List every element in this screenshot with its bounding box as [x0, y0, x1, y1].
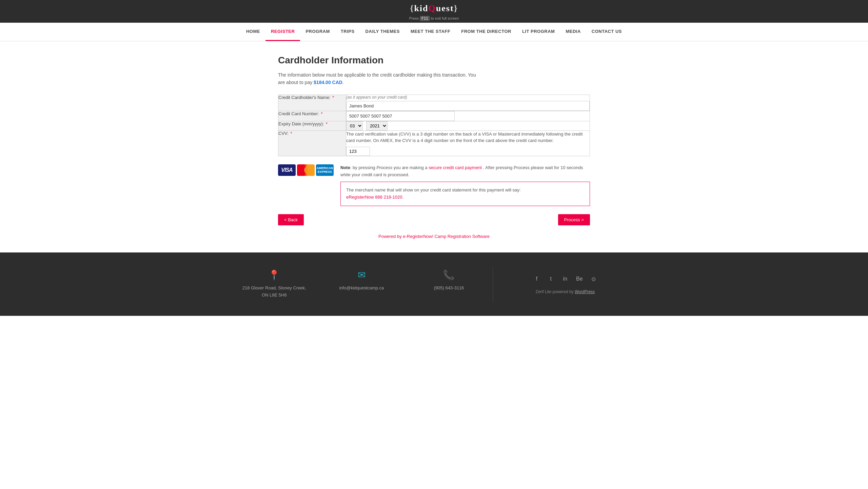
cvv-info-cell: The card verification value (CVV) is a 3… [346, 130, 590, 156]
powered-by: Powered by e-RegisterNow! Camp Registrat… [278, 233, 590, 239]
expiry-month-select[interactable]: 01020304 05060708 09101112 [346, 121, 363, 130]
nav-item-home[interactable]: HOME [241, 23, 265, 41]
expiry-label: Expiry Date (mm/yyyy): * [278, 121, 346, 130]
twitter-icon[interactable]: t [546, 274, 556, 284]
amex-logo: AMERICANEXPRESS [316, 164, 334, 176]
phone-icon: 📞 [443, 269, 455, 281]
dribbble-icon[interactable]: ⊙ [589, 274, 599, 284]
required-star-3: * [326, 121, 328, 126]
expiry-year-select[interactable]: 20212022202320242025 [366, 121, 388, 130]
site-header: {kidQuest} Press F11 to exit full screen… [0, 0, 868, 41]
nav-item-lit-program[interactable]: LIT PROGRAM [517, 23, 560, 41]
svg-point-1 [304, 166, 312, 174]
cards-column: VISA AMERICANEXPRESS [278, 164, 334, 206]
cardholder-form: Credit Cardholder's Name: * (as it appea… [278, 95, 590, 156]
logo-text: {kidQuest} [410, 3, 458, 14]
footer-address: 218 Glover Road, Stoney Creek,ON L8E 5H6 [242, 285, 306, 299]
main-nav: HOME REGISTER PROGRAM TRIPS DAILY THEMES… [0, 23, 868, 41]
main-content: Cardholder Information The information b… [271, 55, 597, 239]
note-box: Note: by pressing Process you are making… [340, 164, 590, 206]
nav-item-contact-us[interactable]: CONTACT US [586, 23, 627, 41]
mastercard-logo [297, 164, 315, 176]
social-icons: f t in Be ⊙ [532, 274, 599, 284]
required-star: * [332, 95, 334, 100]
cvv-row: CVV: * The card verification value (CVV)… [278, 130, 590, 156]
linkedin-icon[interactable]: in [560, 274, 570, 284]
cvv-info-text: The card verification value (CVV) is a 3… [346, 131, 590, 144]
location-icon: 📍 [268, 269, 280, 281]
wordpress-link[interactable]: WordPress [575, 289, 595, 294]
merchant-id: eRegisterNow 888 218-1020 [346, 195, 402, 200]
facebook-icon[interactable]: f [532, 274, 542, 284]
cvv-label: CVV: * [278, 130, 346, 156]
nav-item-register[interactable]: REGISTER [265, 23, 300, 41]
page-title: Cardholder Information [278, 55, 590, 66]
required-star-4: * [290, 131, 292, 136]
footer-credits: Zerif Lite powered by WordPress [536, 289, 595, 294]
intro-text: The information below must be applicable… [278, 71, 590, 86]
expiry-cell: 01020304 05060708 09101112 2021202220232… [346, 121, 590, 130]
nav-item-trips[interactable]: TRIPS [335, 23, 360, 41]
cvv-input[interactable] [346, 147, 370, 156]
required-star-2: * [321, 111, 323, 116]
nav-item-meet-the-staff[interactable]: MEET THE STAFF [405, 23, 456, 41]
email-icon: ✉ [358, 269, 366, 281]
card-number-row: Credit Card Number: * [278, 111, 590, 121]
footer-address-col: 📍 218 Glover Road, Stoney Creek,ON L8E 5… [231, 266, 318, 302]
footer-email: info@kidquestcamp.ca [339, 285, 384, 292]
payment-amount: $184.00 CAD [314, 80, 342, 85]
cardholder-name-row: Credit Cardholder's Name: * (as it appea… [278, 95, 590, 111]
card-number-label: Credit Card Number: * [278, 111, 346, 121]
site-logo: {kidQuest} [410, 3, 458, 14]
process-button[interactable]: Process > [558, 214, 590, 225]
footer-email-col: ✉ info@kidquestcamp.ca [318, 266, 406, 302]
nav-item-program[interactable]: PROGRAM [300, 23, 335, 41]
payment-section: VISA AMERICANEXPRESS Note: by pressing P… [278, 164, 590, 206]
cardholder-hint: (as it appears on your credit card) [346, 95, 590, 100]
fullscreen-notice: Press F11 to exit full screen [409, 16, 459, 21]
cardholder-name-label: Credit Cardholder's Name: * [278, 95, 346, 111]
card-logos: VISA AMERICANEXPRESS [278, 164, 334, 176]
footer-phone-col: 📞 (905) 643-3116 [405, 266, 493, 302]
nav-item-media[interactable]: MEDIA [560, 23, 586, 41]
card-number-input[interactable] [346, 111, 455, 121]
cardholder-name-cell: (as it appears on your credit card) [346, 95, 590, 111]
expiry-row: Expiry Date (mm/yyyy): * 01020304 050607… [278, 121, 590, 130]
cardholder-name-input[interactable] [346, 101, 590, 111]
card-number-cell [346, 111, 590, 121]
footer-left: 📍 218 Glover Road, Stoney Creek,ON L8E 5… [231, 266, 493, 302]
secure-link[interactable]: secure credit card payment [429, 165, 482, 170]
merchant-box: The merchant name that will show on your… [340, 182, 590, 206]
visa-logo: VISA [278, 164, 296, 176]
footer-phone: (905) 643-3116 [434, 285, 464, 292]
footer-right: f t in Be ⊙ Zerif Lite powered by WordPr… [493, 266, 637, 302]
note-label: Note [340, 165, 350, 170]
behance-icon[interactable]: Be [574, 274, 585, 284]
nav-item-from-the-director[interactable]: FROM THE DIRECTOR [456, 23, 517, 41]
site-footer: 📍 218 Glover Road, Stoney Creek,ON L8E 5… [0, 252, 868, 316]
back-button[interactable]: < Back [278, 214, 304, 225]
nav-item-daily-themes[interactable]: DAILY THEMES [360, 23, 405, 41]
buttons-row: < Back Process > [278, 214, 590, 225]
note-text: Note: by pressing Process you are making… [340, 164, 590, 179]
powered-by-link[interactable]: Powered by e-RegisterNow! Camp Registrat… [378, 234, 490, 239]
